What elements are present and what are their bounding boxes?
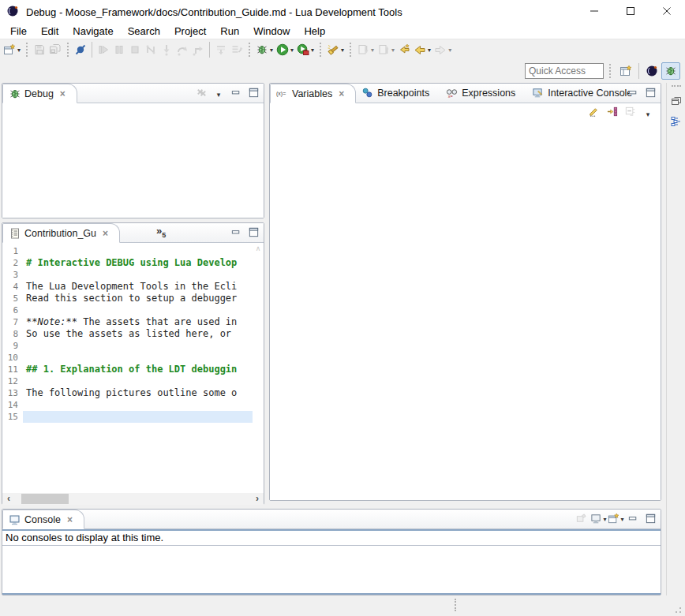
ldt-perspective-button[interactable] — [642, 62, 661, 80]
save-all-button[interactable] — [47, 41, 63, 58]
editor-line[interactable]: 5Read this section to setup a debugger — [2, 293, 253, 304]
tab-expressions[interactable]: x=Expressions — [440, 83, 526, 103]
window-resize-grip[interactable] — [674, 606, 682, 614]
scroll-left-icon[interactable]: ‹ — [2, 493, 15, 505]
pin-console-button[interactable] — [573, 512, 589, 528]
maximize-view-button[interactable] — [642, 86, 658, 102]
tab-breakpoints[interactable]: Breakpoints — [356, 83, 440, 103]
minimize-view-button[interactable] — [228, 86, 244, 102]
restore-views-button[interactable] — [668, 93, 684, 109]
tab-debug[interactable]: Debug × — [2, 84, 77, 103]
window-close-button[interactable] — [649, 0, 685, 24]
menu-navigate[interactable]: Navigate — [66, 24, 120, 38]
tab-contribution-guide[interactable]: Contribution_Gu × — [2, 223, 120, 243]
save-button[interactable] — [32, 41, 47, 58]
show-type-names-button[interactable] — [586, 105, 601, 121]
dropdown-arrow-icon[interactable]: ▾ — [621, 516, 624, 523]
scrollbar-track[interactable] — [15, 493, 251, 505]
last-edit-location-button[interactable] — [396, 41, 412, 58]
editor-line[interactable]: 6 — [2, 304, 253, 316]
dropdown-arrow-icon[interactable]: ▾ — [604, 516, 607, 523]
dropdown-arrow-icon[interactable]: ▾ — [270, 47, 273, 54]
new-wizard-button[interactable]: ▾ — [2, 41, 22, 58]
close-icon[interactable]: × — [103, 228, 108, 239]
quick-access-input[interactable] — [525, 63, 604, 79]
forward-button[interactable]: ▾ — [432, 41, 453, 58]
outline-view-button[interactable] — [668, 114, 684, 129]
close-icon[interactable]: × — [60, 88, 66, 99]
close-icon[interactable]: × — [339, 88, 344, 99]
close-icon[interactable]: × — [67, 514, 73, 525]
editor-line[interactable]: 13The following pictures outline some o — [2, 387, 253, 399]
step-return-button[interactable] — [190, 41, 206, 58]
view-menu-button[interactable]: ▾ — [211, 86, 226, 102]
suspend-button[interactable] — [111, 41, 127, 58]
dropdown-arrow-icon[interactable]: ▾ — [341, 47, 344, 54]
editor-line[interactable]: 14 — [2, 399, 253, 411]
more-editors-chevron[interactable]: »5 — [156, 225, 166, 239]
minimize-view-button[interactable] — [625, 512, 641, 528]
external-tools-button[interactable]: ▾ — [295, 41, 316, 58]
use-step-filters-button[interactable] — [229, 41, 245, 58]
editor-line[interactable]: 11## 1. Explanation of the LDT debuggin — [2, 364, 253, 375]
debug-perspective-button[interactable] — [661, 62, 680, 80]
collapse-all-button[interactable] — [622, 105, 638, 121]
menu-project[interactable]: Project — [167, 24, 213, 38]
scroll-right-icon[interactable]: › — [251, 493, 264, 505]
step-over-button[interactable] — [174, 41, 190, 58]
terminate-button[interactable] — [127, 41, 143, 58]
tab-variables[interactable]: (x)=Variables× — [270, 84, 356, 103]
menu-search[interactable]: Search — [121, 24, 167, 38]
editor-line[interactable]: 8So use the assets as listed here, or — [2, 328, 253, 340]
menu-file[interactable]: File — [3, 24, 34, 38]
open-console-button[interactable]: ▾ — [608, 512, 623, 528]
back-button[interactable]: ▾ — [412, 41, 432, 58]
editor-line[interactable]: 2# Interactive DEBUG using Lua Develop — [2, 257, 253, 269]
drop-to-frame-button[interactable] — [213, 41, 229, 58]
minimize-view-button[interactable] — [228, 226, 244, 241]
scroll-up-icon[interactable]: ∧ — [256, 245, 261, 252]
dropdown-arrow-icon[interactable]: ▾ — [448, 47, 451, 54]
resume-button[interactable] — [95, 41, 111, 58]
editor-line[interactable]: 15 — [2, 411, 253, 423]
menu-edit[interactable]: Edit — [34, 24, 66, 38]
remove-all-terminated-button[interactable] — [193, 86, 209, 102]
editor-line[interactable]: 3 — [2, 269, 253, 281]
open-perspective-button[interactable] — [616, 62, 635, 80]
view-menu-button[interactable]: ▾ — [640, 105, 656, 121]
search-flashlight-button[interactable]: ▾ — [325, 41, 346, 58]
display-selected-console-button[interactable]: ▾ — [590, 512, 606, 528]
menu-help[interactable]: Help — [297, 24, 332, 38]
status-bar-grip[interactable] — [455, 599, 458, 611]
maximize-view-button[interactable] — [245, 226, 261, 241]
dropdown-arrow-icon[interactable]: ▾ — [311, 47, 314, 54]
dropdown-arrow-icon[interactable]: ▾ — [428, 47, 431, 54]
dropdown-arrow-icon[interactable]: ▾ — [371, 47, 374, 54]
step-into-button[interactable] — [159, 41, 174, 58]
window-maximize-button[interactable] — [612, 0, 649, 24]
skip-all-breakpoints-button[interactable] — [73, 41, 88, 58]
editor-line[interactable]: 9 — [2, 340, 253, 352]
dropdown-arrow-icon[interactable]: ▾ — [290, 47, 294, 54]
dropdown-arrow-icon[interactable]: ▾ — [17, 47, 21, 54]
editor-line[interactable]: 1 — [2, 245, 253, 257]
editor-line[interactable]: 10 — [2, 352, 253, 364]
tab-console[interactable]: Console × — [2, 510, 84, 529]
trim-grip[interactable] — [672, 85, 681, 88]
editor-vertical-scrollbar[interactable]: ∧ ∨ — [253, 243, 264, 505]
menu-window[interactable]: Window — [246, 24, 297, 38]
next-annotation-button[interactable]: ▾ — [355, 41, 376, 58]
editor-line[interactable]: 12 — [2, 375, 253, 387]
show-logical-structures-button[interactable] — [604, 105, 619, 121]
maximize-view-button[interactable] — [245, 86, 261, 102]
debug-button[interactable]: ▾ — [254, 41, 275, 58]
editor-horizontal-scrollbar[interactable]: ‹ › — [2, 493, 264, 505]
window-minimize-button[interactable] — [576, 0, 612, 24]
menu-run[interactable]: Run — [213, 24, 246, 38]
minimize-view-button[interactable] — [625, 86, 641, 102]
dropdown-arrow-icon[interactable]: ▾ — [391, 47, 395, 54]
run-button[interactable]: ▾ — [275, 41, 295, 58]
disconnect-button[interactable] — [143, 41, 159, 58]
editor-line[interactable]: 7**Note:** The assets that are used in — [2, 316, 253, 328]
scrollbar-thumb[interactable] — [21, 494, 69, 504]
